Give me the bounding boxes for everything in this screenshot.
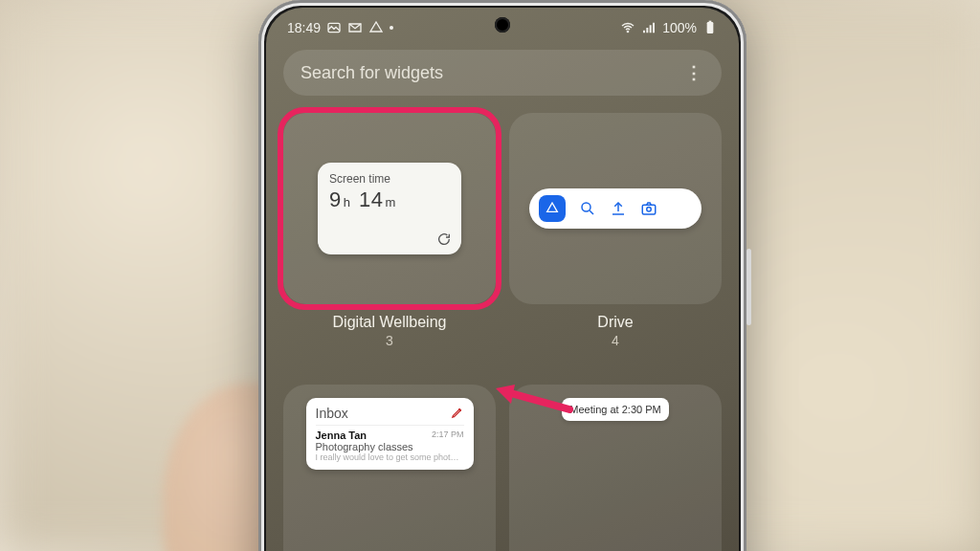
widget-tile-drive[interactable] bbox=[509, 113, 722, 304]
widget-cell-drive[interactable]: Drive 4 bbox=[509, 113, 722, 371]
battery-pct: 100% bbox=[662, 20, 697, 35]
email-subject: Photography classes bbox=[316, 441, 464, 452]
camera-icon bbox=[640, 200, 657, 217]
widget-count: 3 bbox=[386, 333, 393, 348]
status-bar: 18:49 100% bbox=[266, 8, 739, 42]
screen-time-hours: 9 bbox=[329, 187, 342, 211]
hours-unit: h bbox=[344, 195, 351, 209]
drive-icon bbox=[368, 20, 384, 35]
widget-tile-digital-wellbeing[interactable]: Screen time 9h 14m bbox=[283, 113, 496, 304]
inbox-header: Inbox bbox=[316, 406, 348, 421]
widget-label: Drive bbox=[597, 314, 633, 331]
status-left: 18:49 bbox=[287, 20, 393, 35]
minutes-unit: m bbox=[386, 195, 396, 209]
widget-search-bar[interactable]: Search for widgets ⋮ bbox=[283, 50, 722, 96]
status-right: 100% bbox=[620, 20, 718, 35]
drive-app-icon bbox=[539, 195, 566, 222]
screen-time-label: Screen time bbox=[329, 172, 450, 186]
dot-icon bbox=[390, 26, 393, 30]
svg-point-4 bbox=[582, 203, 590, 211]
search-icon bbox=[579, 200, 596, 217]
svg-rect-3 bbox=[709, 21, 712, 22]
search-placeholder: Search for widgets bbox=[301, 63, 443, 83]
email-snippet: I really would love to get some photogra… bbox=[316, 452, 464, 462]
widget-cell-inbox[interactable]: Inbox Jenna Tan2:17 PM Photography class… bbox=[283, 385, 496, 551]
svg-rect-5 bbox=[642, 205, 656, 214]
svg-point-1 bbox=[628, 31, 629, 32]
battery-icon bbox=[702, 20, 718, 35]
image-icon bbox=[326, 20, 342, 35]
phone-frame: 18:49 100% bbox=[258, 0, 746, 551]
drive-quick-bar bbox=[529, 188, 702, 229]
widget-grid: Screen time 9h 14m Digital Wellbeing 3 bbox=[283, 113, 722, 551]
widget-cell-digital-wellbeing[interactable]: Screen time 9h 14m Digital Wellbeing 3 bbox=[283, 113, 496, 371]
gmail-inbox-preview: Inbox Jenna Tan2:17 PM Photography class… bbox=[306, 398, 474, 470]
screen-time-minutes: 14 bbox=[359, 187, 383, 211]
email-sender: Jenna Tan bbox=[316, 430, 368, 441]
svg-rect-2 bbox=[707, 22, 714, 33]
gmail-icon bbox=[347, 20, 363, 35]
upload-icon bbox=[610, 200, 627, 217]
widget-label: Digital Wellbeing bbox=[333, 314, 447, 331]
calendar-event-text: Meeting at 2:30 PM bbox=[562, 398, 668, 421]
widget-tile-inbox[interactable]: Inbox Jenna Tan2:17 PM Photography class… bbox=[283, 385, 496, 551]
status-time: 18:49 bbox=[287, 20, 321, 35]
widget-tile-calendar[interactable]: Meeting at 2:30 PM bbox=[509, 385, 722, 551]
email-time: 2:17 PM bbox=[432, 430, 464, 441]
signal-icon bbox=[641, 20, 657, 35]
wifi-icon bbox=[620, 20, 635, 35]
more-menu-icon[interactable]: ⋮ bbox=[685, 62, 704, 83]
svg-point-6 bbox=[647, 208, 652, 212]
phone-screen: 18:49 100% bbox=[266, 8, 739, 551]
screen-time-card: Screen time 9h 14m bbox=[318, 163, 461, 254]
compose-icon bbox=[451, 406, 464, 421]
widget-count: 4 bbox=[612, 333, 619, 348]
refresh-icon bbox=[436, 231, 452, 247]
screen-time-value: 9h 14m bbox=[329, 187, 450, 212]
power-button bbox=[746, 249, 751, 325]
widget-cell-calendar[interactable]: Meeting at 2:30 PM bbox=[509, 385, 722, 551]
